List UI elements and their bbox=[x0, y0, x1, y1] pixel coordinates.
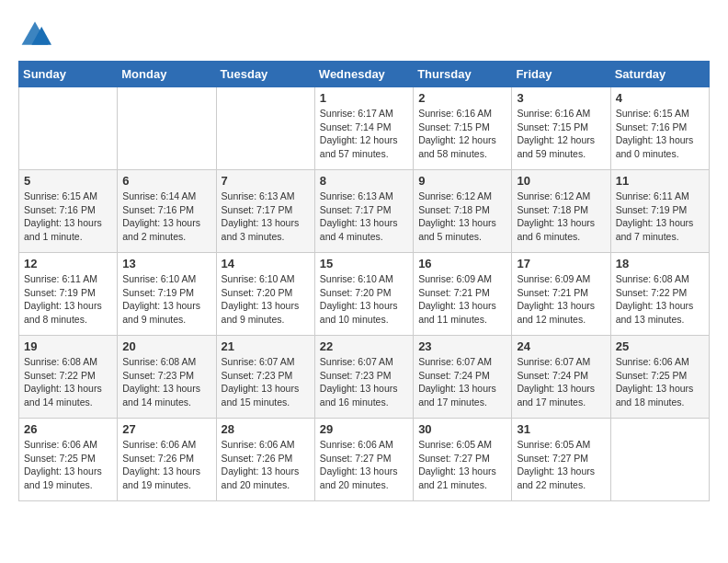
cell-info: Sunrise: 6:06 AM Sunset: 7:26 PM Dayligh… bbox=[222, 438, 310, 492]
calendar-cell bbox=[610, 419, 709, 501]
weekday-header: Thursday bbox=[414, 62, 512, 87]
calendar-cell: 6Sunrise: 6:14 AM Sunset: 7:16 PM Daylig… bbox=[118, 170, 216, 253]
day-number: 25 bbox=[616, 339, 704, 353]
day-number: 15 bbox=[320, 257, 408, 270]
cell-info: Sunrise: 6:11 AM Sunset: 7:19 PM Dayligh… bbox=[24, 272, 112, 327]
day-number: 19 bbox=[24, 339, 112, 353]
weekday-header: Saturday bbox=[610, 62, 709, 87]
day-number: 14 bbox=[222, 257, 310, 270]
calendar-week-row: 26Sunrise: 6:06 AM Sunset: 7:25 PM Dayli… bbox=[19, 419, 710, 501]
cell-info: Sunrise: 6:06 AM Sunset: 7:25 PM Dayligh… bbox=[616, 355, 704, 409]
day-number: 29 bbox=[320, 422, 408, 436]
day-number: 3 bbox=[517, 91, 605, 105]
calendar-cell: 26Sunrise: 6:06 AM Sunset: 7:25 PM Dayli… bbox=[19, 419, 118, 501]
weekday-header: Tuesday bbox=[216, 62, 314, 87]
calendar-cell: 22Sunrise: 6:07 AM Sunset: 7:23 PM Dayli… bbox=[314, 336, 413, 419]
calendar-cell: 10Sunrise: 6:12 AM Sunset: 7:18 PM Dayli… bbox=[512, 170, 610, 253]
calendar-cell: 18Sunrise: 6:08 AM Sunset: 7:22 PM Dayli… bbox=[610, 253, 709, 336]
cell-info: Sunrise: 6:07 AM Sunset: 7:24 PM Dayligh… bbox=[517, 355, 605, 409]
cell-info: Sunrise: 6:07 AM Sunset: 7:23 PM Dayligh… bbox=[222, 355, 310, 409]
day-number: 24 bbox=[517, 339, 605, 353]
calendar-cell: 20Sunrise: 6:08 AM Sunset: 7:23 PM Dayli… bbox=[118, 336, 216, 419]
day-number: 11 bbox=[616, 174, 704, 188]
calendar-cell: 21Sunrise: 6:07 AM Sunset: 7:23 PM Dayli… bbox=[216, 336, 314, 419]
day-number: 21 bbox=[222, 339, 310, 353]
cell-info: Sunrise: 6:16 AM Sunset: 7:15 PM Dayligh… bbox=[418, 107, 506, 161]
cell-info: Sunrise: 6:11 AM Sunset: 7:19 PM Dayligh… bbox=[616, 190, 704, 244]
day-number: 16 bbox=[418, 257, 506, 270]
day-number: 30 bbox=[418, 422, 506, 436]
weekday-header: Sunday bbox=[19, 62, 118, 87]
cell-info: Sunrise: 6:06 AM Sunset: 7:27 PM Dayligh… bbox=[320, 438, 408, 492]
cell-info: Sunrise: 6:17 AM Sunset: 7:14 PM Dayligh… bbox=[320, 107, 408, 161]
day-number: 18 bbox=[616, 257, 704, 270]
calendar-cell: 4Sunrise: 6:15 AM Sunset: 7:16 PM Daylig… bbox=[610, 87, 709, 170]
calendar-cell: 5Sunrise: 6:15 AM Sunset: 7:16 PM Daylig… bbox=[19, 170, 118, 253]
calendar-week-row: 5Sunrise: 6:15 AM Sunset: 7:16 PM Daylig… bbox=[19, 170, 710, 253]
calendar-cell: 29Sunrise: 6:06 AM Sunset: 7:27 PM Dayli… bbox=[314, 419, 413, 501]
calendar-cell: 14Sunrise: 6:10 AM Sunset: 7:20 PM Dayli… bbox=[216, 253, 314, 336]
weekday-header: Wednesday bbox=[314, 62, 413, 87]
weekday-header: Friday bbox=[512, 62, 610, 87]
cell-info: Sunrise: 6:10 AM Sunset: 7:20 PM Dayligh… bbox=[222, 272, 310, 327]
calendar-cell: 13Sunrise: 6:10 AM Sunset: 7:19 PM Dayli… bbox=[118, 253, 216, 336]
cell-info: Sunrise: 6:09 AM Sunset: 7:21 PM Dayligh… bbox=[418, 272, 506, 327]
cell-info: Sunrise: 6:08 AM Sunset: 7:22 PM Dayligh… bbox=[616, 272, 704, 327]
calendar-cell: 19Sunrise: 6:08 AM Sunset: 7:22 PM Dayli… bbox=[19, 336, 118, 419]
cell-info: Sunrise: 6:10 AM Sunset: 7:19 PM Dayligh… bbox=[122, 272, 210, 327]
calendar-cell: 16Sunrise: 6:09 AM Sunset: 7:21 PM Dayli… bbox=[414, 253, 512, 336]
calendar-cell: 27Sunrise: 6:06 AM Sunset: 7:26 PM Dayli… bbox=[118, 419, 216, 501]
cell-info: Sunrise: 6:10 AM Sunset: 7:20 PM Dayligh… bbox=[320, 272, 408, 327]
day-number: 6 bbox=[122, 174, 210, 188]
cell-info: Sunrise: 6:08 AM Sunset: 7:22 PM Dayligh… bbox=[24, 355, 112, 409]
calendar-week-row: 12Sunrise: 6:11 AM Sunset: 7:19 PM Dayli… bbox=[19, 253, 710, 336]
page-header bbox=[18, 18, 710, 52]
calendar-cell: 3Sunrise: 6:16 AM Sunset: 7:15 PM Daylig… bbox=[512, 87, 610, 170]
cell-info: Sunrise: 6:07 AM Sunset: 7:23 PM Dayligh… bbox=[320, 355, 408, 409]
day-number: 27 bbox=[122, 422, 210, 436]
calendar-body: 1Sunrise: 6:17 AM Sunset: 7:14 PM Daylig… bbox=[19, 87, 710, 501]
cell-info: Sunrise: 6:06 AM Sunset: 7:26 PM Dayligh… bbox=[122, 438, 210, 492]
calendar-cell: 12Sunrise: 6:11 AM Sunset: 7:19 PM Dayli… bbox=[19, 253, 118, 336]
cell-info: Sunrise: 6:05 AM Sunset: 7:27 PM Dayligh… bbox=[418, 438, 506, 492]
day-number: 22 bbox=[320, 339, 408, 353]
day-number: 17 bbox=[517, 257, 605, 270]
logo-icon bbox=[18, 18, 51, 52]
day-number: 28 bbox=[222, 422, 310, 436]
calendar-cell bbox=[19, 87, 118, 170]
calendar-cell: 24Sunrise: 6:07 AM Sunset: 7:24 PM Dayli… bbox=[512, 336, 610, 419]
cell-info: Sunrise: 6:12 AM Sunset: 7:18 PM Dayligh… bbox=[517, 190, 605, 244]
cell-info: Sunrise: 6:13 AM Sunset: 7:17 PM Dayligh… bbox=[222, 190, 310, 244]
calendar-cell: 1Sunrise: 6:17 AM Sunset: 7:14 PM Daylig… bbox=[314, 87, 413, 170]
cell-info: Sunrise: 6:15 AM Sunset: 7:16 PM Dayligh… bbox=[24, 190, 112, 244]
calendar-cell: 2Sunrise: 6:16 AM Sunset: 7:15 PM Daylig… bbox=[414, 87, 512, 170]
calendar-cell bbox=[118, 87, 216, 170]
calendar-cell: 28Sunrise: 6:06 AM Sunset: 7:26 PM Dayli… bbox=[216, 419, 314, 501]
calendar-cell: 30Sunrise: 6:05 AM Sunset: 7:27 PM Dayli… bbox=[414, 419, 512, 501]
day-number: 31 bbox=[517, 422, 605, 436]
weekday-header: Monday bbox=[118, 62, 216, 87]
day-number: 26 bbox=[24, 422, 112, 436]
cell-info: Sunrise: 6:13 AM Sunset: 7:17 PM Dayligh… bbox=[320, 190, 408, 244]
calendar-week-row: 19Sunrise: 6:08 AM Sunset: 7:22 PM Dayli… bbox=[19, 336, 710, 419]
day-number: 4 bbox=[616, 91, 704, 105]
calendar-cell: 15Sunrise: 6:10 AM Sunset: 7:20 PM Dayli… bbox=[314, 253, 413, 336]
calendar-cell: 7Sunrise: 6:13 AM Sunset: 7:17 PM Daylig… bbox=[216, 170, 314, 253]
day-number: 10 bbox=[517, 174, 605, 188]
day-number: 23 bbox=[418, 339, 506, 353]
calendar-cell: 31Sunrise: 6:05 AM Sunset: 7:27 PM Dayli… bbox=[512, 419, 610, 501]
calendar-table: SundayMondayTuesdayWednesdayThursdayFrid… bbox=[18, 61, 710, 501]
day-number: 1 bbox=[320, 91, 408, 105]
calendar-week-row: 1Sunrise: 6:17 AM Sunset: 7:14 PM Daylig… bbox=[19, 87, 710, 170]
calendar-cell: 9Sunrise: 6:12 AM Sunset: 7:18 PM Daylig… bbox=[414, 170, 512, 253]
day-number: 20 bbox=[122, 339, 210, 353]
cell-info: Sunrise: 6:16 AM Sunset: 7:15 PM Dayligh… bbox=[517, 107, 605, 161]
calendar-cell: 25Sunrise: 6:06 AM Sunset: 7:25 PM Dayli… bbox=[610, 336, 709, 419]
cell-info: Sunrise: 6:12 AM Sunset: 7:18 PM Dayligh… bbox=[418, 190, 506, 244]
day-number: 5 bbox=[24, 174, 112, 188]
calendar-cell: 23Sunrise: 6:07 AM Sunset: 7:24 PM Dayli… bbox=[414, 336, 512, 419]
day-number: 7 bbox=[222, 174, 310, 188]
cell-info: Sunrise: 6:14 AM Sunset: 7:16 PM Dayligh… bbox=[122, 190, 210, 244]
cell-info: Sunrise: 6:05 AM Sunset: 7:27 PM Dayligh… bbox=[517, 438, 605, 492]
calendar-cell: 8Sunrise: 6:13 AM Sunset: 7:17 PM Daylig… bbox=[314, 170, 413, 253]
